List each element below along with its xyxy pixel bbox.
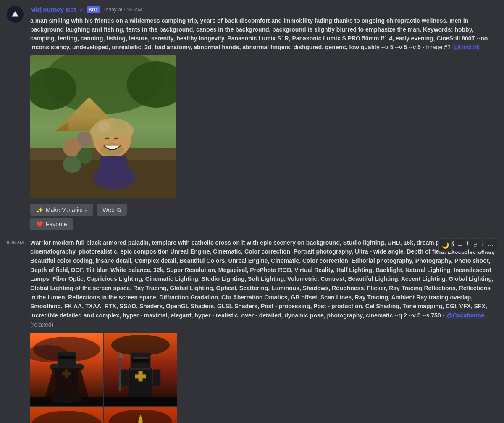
message-2: 9:36 AM 🌙 ↩ # ⋯ Warrior modern full blac… xyxy=(0,235,504,423)
svg-rect-21 xyxy=(100,156,127,181)
web-button[interactable]: Web ⧉ xyxy=(97,204,127,216)
prompt-text: a man smiling with his friends on a wild… xyxy=(30,17,488,50)
message-timestamp: Today at 9:36 AM xyxy=(103,6,142,13)
camping-image xyxy=(30,55,176,198)
svg-rect-46 xyxy=(119,358,121,391)
user-mention-2[interactable]: @Cacaboune xyxy=(446,312,485,319)
web-label: Web xyxy=(102,206,115,213)
prompt-2-text: Warrior modern full black armored paladi… xyxy=(30,238,497,330)
svg-rect-43 xyxy=(135,375,146,379)
hash-icon: # xyxy=(474,242,477,249)
bot-username[interactable]: Midjourney Bot xyxy=(30,5,76,15)
paladin-image-3 xyxy=(30,407,103,423)
heart-icon: ❤️ xyxy=(36,221,43,227)
generated-image-container xyxy=(30,55,176,198)
svg-rect-39 xyxy=(132,359,150,363)
svg-point-36 xyxy=(111,335,170,356)
react-button[interactable]: 🌙 xyxy=(438,238,452,252)
message-actions: 🌙 ↩ # ⋯ xyxy=(438,238,497,252)
reply-button[interactable]: ↩ xyxy=(454,238,467,252)
favorite-label: Favorite xyxy=(46,221,67,227)
action-buttons-row: ✨ Make Variations Web ⧉ xyxy=(30,204,497,216)
paladin-image-4 xyxy=(104,407,177,423)
svg-point-15 xyxy=(115,120,126,131)
svg-point-20 xyxy=(77,148,92,164)
bot-avatar xyxy=(7,6,24,23)
svg-rect-41 xyxy=(130,368,151,370)
paladin-image-2 xyxy=(104,333,177,406)
message-body: a man smiling with his friends on a wild… xyxy=(30,16,497,52)
moon-icon: 🌙 xyxy=(442,242,449,249)
svg-point-19 xyxy=(77,132,92,147)
svg-rect-44 xyxy=(121,370,129,386)
external-link-icon: ⧉ xyxy=(117,207,121,213)
favorite-button[interactable]: ❤️ Favorite xyxy=(30,218,73,230)
message-header: Midjourney Bot ✓ BOT Today at 9:36 AM xyxy=(30,5,497,15)
thread-button[interactable]: # xyxy=(469,238,482,252)
sparkles-icon: ✨ xyxy=(36,206,43,213)
svg-point-14 xyxy=(98,121,110,132)
favorite-row: ❤️ Favorite xyxy=(30,218,497,230)
svg-point-34 xyxy=(50,397,84,403)
make-variations-button[interactable]: ✨ Make Variations xyxy=(30,204,93,216)
svg-rect-67 xyxy=(139,419,143,423)
make-variations-label: Make Variations xyxy=(46,206,87,213)
message-2-timestamp: 9:36 AM xyxy=(7,239,24,246)
svg-rect-28 xyxy=(59,356,76,359)
more-button[interactable]: ⋯ xyxy=(484,238,497,252)
user-mention[interactable]: @Limkork xyxy=(452,44,480,50)
image-number: - Image #2 xyxy=(423,44,452,50)
message-1: Midjourney Bot ✓ BOT Today at 9:36 AM a … xyxy=(0,0,504,235)
verified-icon: ✓ xyxy=(79,6,84,13)
svg-rect-48 xyxy=(104,397,177,406)
svg-rect-45 xyxy=(153,370,160,386)
bot-badge: BOT xyxy=(87,6,100,13)
reply-icon: ↩ xyxy=(458,242,463,249)
svg-rect-40 xyxy=(134,357,148,359)
relaxed-tag: (relaxed) xyxy=(30,321,53,328)
svg-rect-27 xyxy=(58,352,76,368)
more-icon: ⋯ xyxy=(488,242,494,249)
paladin-image-grid xyxy=(30,333,177,423)
paladin-image-1 xyxy=(30,333,103,406)
